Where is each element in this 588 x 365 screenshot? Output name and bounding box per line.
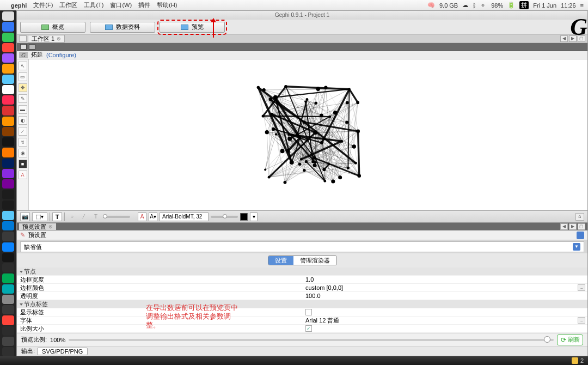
preview-settings-tab[interactable]: 预览设置⊗: [19, 223, 56, 230]
dock-app-19[interactable]: [2, 211, 14, 220]
export-button[interactable]: SVG/PDF/PNG: [37, 348, 88, 355]
refresh-button[interactable]: 刷新: [557, 334, 583, 345]
dock-app-26[interactable]: [2, 284, 14, 294]
chevron-down-icon[interactable]: ▼: [573, 243, 580, 251]
preset-select[interactable]: 缺省值 ▼: [20, 241, 584, 252]
dock-app-1[interactable]: [2, 22, 14, 31]
menu-workspace[interactable]: 工作区: [59, 1, 77, 9]
dock-app-15[interactable]: [2, 169, 14, 178]
segment-settings[interactable]: 设置: [268, 256, 293, 265]
dock-app-11[interactable]: [2, 127, 14, 136]
label-size-slider[interactable]: [103, 216, 130, 218]
status-ime[interactable]: 拼: [519, 1, 529, 9]
perspective-preview[interactable]: 预览: [160, 22, 225, 33]
ws-prev-button[interactable]: ◀: [560, 35, 568, 42]
panel-max-button[interactable]: ▢: [578, 223, 585, 230]
segment-renderers[interactable]: 管理渲染器: [293, 256, 336, 265]
dock-app-27[interactable]: [2, 295, 14, 304]
preview-ratio-slider[interactable]: [69, 339, 554, 341]
configure-link[interactable]: (Configure): [46, 52, 76, 58]
panel-next-button[interactable]: ▶: [569, 223, 577, 230]
workspace-dropdown-icon[interactable]: [19, 35, 27, 42]
prop-proportional-checkbox[interactable]: [305, 325, 312, 332]
close-icon[interactable]: ⊗: [48, 223, 53, 230]
tool-drag[interactable]: ✥: [19, 83, 27, 92]
dock-app-7[interactable]: [2, 85, 14, 94]
prop-border-width-value[interactable]: 1.0: [302, 276, 587, 283]
dock-app-25[interactable]: [2, 273, 14, 283]
tool-brush[interactable]: ✎: [19, 94, 27, 103]
ellipsis-button[interactable]: …: [578, 317, 585, 324]
dock-app-22[interactable]: [2, 242, 14, 252]
notification-icon[interactable]: [572, 357, 578, 364]
menu-tools[interactable]: 工具(T): [84, 1, 103, 9]
tool-edit-color[interactable]: ■: [19, 160, 27, 168]
prop-border-color-value[interactable]: custom [0,0,0]…: [302, 284, 587, 291]
workspace-tab[interactable]: 工作区 1⊗: [28, 35, 65, 42]
dock-app-10[interactable]: [2, 117, 14, 126]
dock-app-13[interactable]: [2, 148, 14, 157]
prop-font-value[interactable]: Arial 12 普通…: [302, 317, 587, 325]
dock-app-17[interactable]: [2, 190, 14, 199]
status-battery-icon: 🔋: [507, 2, 515, 9]
color-dropdown[interactable]: ▾: [250, 212, 258, 221]
dock-app-24[interactable]: [2, 263, 14, 272]
menu-window[interactable]: 窗口(W): [110, 1, 132, 9]
graph-tab-icon[interactable]: [20, 44, 27, 50]
menu-file[interactable]: 文件(F): [33, 1, 53, 9]
font-field[interactable]: Arial-BoldMT, 32: [160, 212, 209, 221]
svg-point-374: [264, 168, 266, 171]
close-icon[interactable]: ⊗: [57, 35, 61, 42]
dock-app-6[interactable]: [2, 75, 14, 84]
font-color-button[interactable]: A: [138, 212, 146, 221]
tool-label[interactable]: A: [19, 171, 27, 179]
dock-app-12[interactable]: [2, 137, 14, 147]
layout-button[interactable]: ⬚▾: [32, 212, 47, 221]
dock-app-28[interactable]: [2, 305, 14, 314]
perspective-overview[interactable]: 概览: [20, 22, 85, 33]
dock-app-16[interactable]: [2, 179, 14, 188]
ellipsis-button[interactable]: …: [578, 284, 585, 291]
screenshot-button[interactable]: 📷: [20, 212, 30, 221]
dock-app-9[interactable]: [2, 106, 14, 115]
dock-app-0[interactable]: [2, 11, 14, 21]
dock-app-3[interactable]: [2, 43, 14, 52]
show-labels-button[interactable]: T: [52, 212, 62, 221]
edge-weight-slider[interactable]: [211, 216, 238, 218]
menu-help[interactable]: 帮助(H): [157, 1, 177, 9]
font-color-button-2[interactable]: A▾: [149, 212, 157, 221]
dock-app-2[interactable]: [2, 33, 14, 42]
dock-app-30[interactable]: [2, 326, 14, 336]
dock-app-32[interactable]: [2, 347, 14, 356]
dock-app-14[interactable]: [2, 159, 14, 168]
prop-opacity-value[interactable]: 100.0: [302, 293, 587, 299]
save-preset-button[interactable]: [577, 232, 584, 239]
dock-app-29[interactable]: [2, 315, 14, 325]
tool-sizer[interactable]: ◐: [19, 116, 27, 125]
dock-app-5[interactable]: [2, 64, 14, 73]
tool-pointer[interactable]: ↖: [19, 62, 27, 70]
graph-canvas[interactable]: [29, 59, 587, 210]
menu-plugins[interactable]: 插件: [138, 1, 150, 9]
color-swatch[interactable]: [240, 213, 248, 221]
tool-paint[interactable]: ▬: [19, 105, 27, 114]
tool-rect-select[interactable]: ▭: [19, 72, 27, 81]
tool-shortest-path[interactable]: ↯: [19, 138, 27, 147]
status-menu-icon[interactable]: ≡: [580, 2, 584, 9]
perspective-datalab[interactable]: 数据资料: [90, 22, 155, 33]
dock-app-21[interactable]: [2, 232, 14, 241]
dock-app-8[interactable]: [2, 95, 14, 105]
panel-prev-button[interactable]: ◀: [560, 223, 568, 230]
dock-app-31[interactable]: [2, 337, 14, 346]
reset-camera-button[interactable]: ⌂: [575, 213, 584, 221]
dock-app-18[interactable]: [2, 200, 14, 210]
dock-app-20[interactable]: [2, 221, 14, 230]
app-menu[interactable]: gephi: [11, 2, 27, 9]
svg-point-370: [348, 88, 351, 90]
dock-app-23[interactable]: [2, 253, 14, 262]
tool-edge[interactable]: ⟋: [19, 127, 27, 136]
graph-tab2-icon[interactable]: [29, 44, 35, 50]
prop-showlabel-checkbox[interactable]: [305, 309, 312, 315]
tool-heatmap[interactable]: ◉: [19, 149, 27, 157]
dock-app-4[interactable]: [2, 53, 14, 63]
